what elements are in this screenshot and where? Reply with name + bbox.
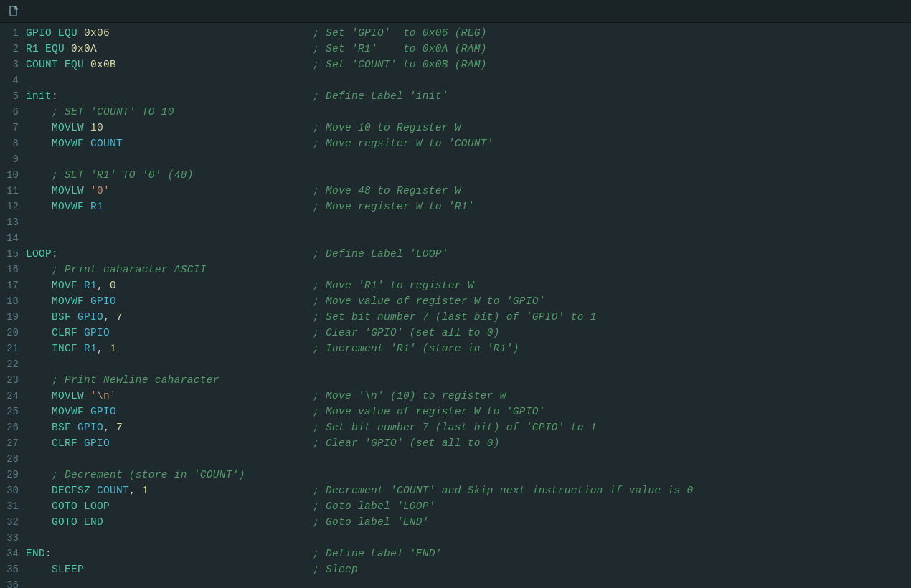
code-line: 18 MOVWF GPIO; Move value of register W … (0, 294, 911, 310)
line-content: ; Decrement (store in 'COUNT') (26, 468, 911, 483)
code-line: 15LOOP:; Define Label 'LOOP' (0, 247, 911, 262)
line-content (26, 231, 911, 246)
code-line: 9 (0, 152, 911, 168)
line-number: 12 (0, 199, 26, 214)
line-number: 27 (0, 436, 26, 451)
line-content: BSF GPIO, 7; Set bit number 7 (last bit)… (26, 310, 911, 325)
line-content: MOVWF COUNT; Move regsiter W to 'COUNT' (26, 136, 911, 151)
line-content: ; Print Newline caharacter (26, 373, 911, 388)
line-number: 6 (0, 105, 26, 120)
line-content: R1 EQU 0x0A; Set 'R1' to 0x0A (RAM) (26, 42, 911, 57)
line-number: 35 (0, 562, 26, 577)
code-line: 11 MOVLW '0'; Move 48 to Register W (0, 184, 911, 199)
file-icon (9, 6, 20, 17)
code-line: 36 (0, 578, 911, 588)
code-line: 34END:; Define Label 'END' (0, 546, 911, 562)
line-number: 8 (0, 136, 26, 151)
code-line: 35 SLEEP; Sleep (0, 562, 911, 578)
code-line: 20 CLRF GPIO; Clear 'GPIO' (set all to 0… (0, 326, 911, 341)
line-content: GPIO EQU 0x06; Set 'GPIO' to 0x06 (REG) (26, 26, 911, 41)
svg-rect-0 (10, 6, 16, 16)
line-content (26, 531, 911, 546)
line-content (26, 215, 911, 230)
code-line: 25 MOVWF GPIO; Move value of register W … (0, 404, 911, 420)
line-number: 2 (0, 42, 26, 57)
line-content: COUNT EQU 0x0B; Set 'COUNT' to 0x0B (RAM… (26, 57, 911, 72)
code-line: 17 MOVF R1, 0; Move 'R1' to register W (0, 278, 911, 294)
line-number: 4 (0, 73, 26, 88)
code-line: 24 MOVLW '\n'; Move '\n' (10) to registe… (0, 389, 911, 404)
code-line: 26 BSF GPIO, 7; Set bit number 7 (last b… (0, 420, 911, 436)
line-content: BSF GPIO, 7; Set bit number 7 (last bit)… (26, 420, 911, 435)
line-content: init:; Define Label 'init' (26, 89, 911, 104)
line-content: ; SET 'R1' TO '0' (48) (26, 168, 911, 183)
code-line: 33 (0, 531, 911, 546)
line-number: 17 (0, 278, 26, 293)
line-content: MOVWF R1; Move register W to 'R1' (26, 199, 911, 214)
line-content: INCF R1, 1; Increment 'R1' (store in 'R1… (26, 341, 911, 356)
line-number: 18 (0, 294, 26, 309)
line-content: SLEEP; Sleep (26, 562, 911, 577)
code-line: 31 GOTO LOOP; Goto label 'LOOP' (0, 499, 911, 515)
code-line: 23 ; Print Newline caharacter (0, 373, 911, 389)
line-content (26, 357, 911, 372)
code-line: 3COUNT EQU 0x0B; Set 'COUNT' to 0x0B (RA… (0, 57, 911, 73)
line-content: MOVLW '\n'; Move '\n' (10) to register W (26, 389, 911, 404)
line-number: 34 (0, 546, 26, 561)
line-content: ; SET 'COUNT' TO 10 (26, 105, 911, 120)
code-line: 32 GOTO END; Goto label 'END' (0, 515, 911, 531)
code-line: 2R1 EQU 0x0A; Set 'R1' to 0x0A (RAM) (0, 42, 911, 57)
line-number: 14 (0, 231, 26, 246)
line-number: 25 (0, 404, 26, 419)
line-content: CLRF GPIO; Clear 'GPIO' (set all to 0) (26, 436, 911, 451)
line-content: ; Print caharacter ASCII (26, 262, 911, 278)
line-content: GOTO LOOP; Goto label 'LOOP' (26, 499, 911, 514)
line-number: 15 (0, 247, 26, 262)
line-content (26, 73, 911, 88)
code-line: 5init:; Define Label 'init' (0, 89, 911, 105)
line-content (26, 452, 911, 467)
line-content: MOVWF GPIO; Move value of register W to … (26, 294, 911, 309)
code-line: 16 ; Print caharacter ASCII (0, 262, 911, 278)
code-line: 8 MOVWF COUNT; Move regsiter W to 'COUNT… (0, 136, 911, 152)
line-content: GOTO END; Goto label 'END' (26, 515, 911, 530)
line-number: 1 (0, 26, 26, 41)
code-line: 19 BSF GPIO, 7; Set bit number 7 (last b… (0, 310, 911, 326)
line-number: 10 (0, 168, 26, 183)
line-number: 9 (0, 152, 26, 167)
title-bar (0, 0, 911, 23)
line-content (26, 578, 911, 588)
code-line: 7 MOVLW 10; Move 10 to Register W (0, 120, 911, 136)
line-number: 26 (0, 420, 26, 435)
code-line: 14 (0, 231, 911, 247)
code-line: 13 (0, 215, 911, 231)
line-number: 21 (0, 341, 26, 356)
line-number: 23 (0, 373, 26, 388)
line-content: CLRF GPIO; Clear 'GPIO' (set all to 0) (26, 326, 911, 341)
line-number: 36 (0, 578, 26, 588)
line-content: MOVLW 10; Move 10 to Register W (26, 120, 911, 136)
code-area: 1GPIO EQU 0x06; Set 'GPIO' to 0x06 (REG)… (0, 23, 911, 588)
code-line: 4 (0, 73, 911, 89)
line-number: 24 (0, 389, 26, 404)
line-content: DECFSZ COUNT, 1; Decrement 'COUNT' and S… (26, 483, 911, 498)
line-number: 29 (0, 468, 26, 483)
line-number: 16 (0, 262, 26, 278)
code-line: 12 MOVWF R1; Move register W to 'R1' (0, 199, 911, 215)
line-content: MOVF R1, 0; Move 'R1' to register W (26, 278, 911, 293)
line-number: 13 (0, 215, 26, 230)
line-content: END:; Define Label 'END' (26, 546, 911, 561)
line-content: MOVLW '0'; Move 48 to Register W (26, 184, 911, 199)
line-number: 5 (0, 89, 26, 104)
code-line: 28 (0, 452, 911, 468)
code-line: 21 INCF R1, 1; Increment 'R1' (store in … (0, 341, 911, 357)
line-number: 28 (0, 452, 26, 467)
line-number: 7 (0, 120, 26, 136)
line-number: 3 (0, 57, 26, 72)
line-number: 33 (0, 531, 26, 546)
line-number: 30 (0, 483, 26, 498)
line-number: 20 (0, 326, 26, 341)
code-line: 10 ; SET 'R1' TO '0' (48) (0, 168, 911, 184)
line-content: MOVWF GPIO; Move value of register W to … (26, 404, 911, 419)
code-line: 29 ; Decrement (store in 'COUNT') (0, 468, 911, 483)
